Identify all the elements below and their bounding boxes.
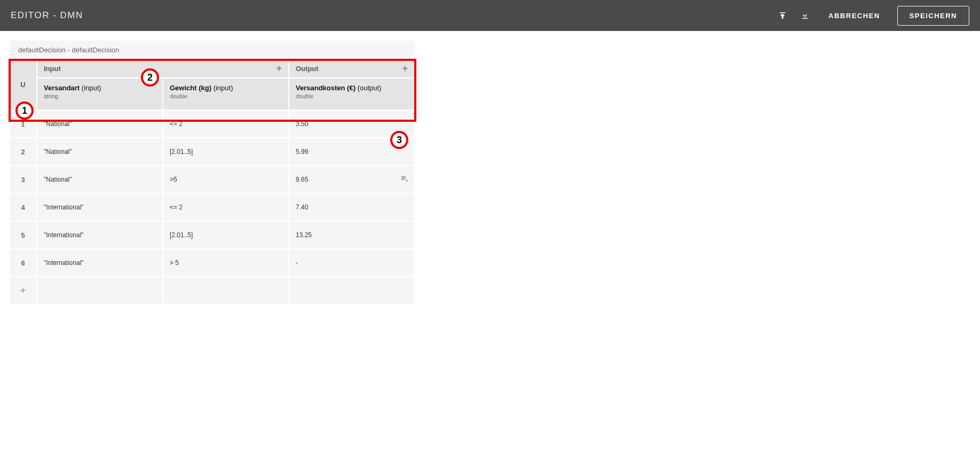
- download-icon[interactable]: [799, 9, 811, 22]
- topbar: EDITOR - DMN ABBRECHEN SPEICHERN: [0, 0, 980, 31]
- input-section-label: Input: [44, 65, 61, 73]
- topbar-actions: ABBRECHEN SPEICHERN: [776, 6, 969, 26]
- decision-panel: defaultDecision - defaultDecision U Inpu…: [10, 41, 415, 305]
- add-output-column-button[interactable]: +: [402, 64, 408, 73]
- cell[interactable]: >5: [163, 166, 289, 194]
- col-dir: (input): [82, 84, 101, 92]
- cell[interactable]: "National": [37, 111, 163, 138]
- column-header-versandart[interactable]: Versandart (input) string: [37, 79, 163, 111]
- add-input-column-button[interactable]: +: [276, 64, 282, 73]
- cell[interactable]: > 5: [163, 249, 289, 277]
- output-section-header[interactable]: Output +: [289, 59, 415, 79]
- cell[interactable]: 13.25: [289, 222, 415, 249]
- cell[interactable]: "National": [37, 166, 163, 194]
- cell[interactable]: <= 2: [163, 111, 289, 138]
- col-dtype: double: [296, 93, 408, 99]
- cell[interactable]: "International": [37, 222, 163, 249]
- cell[interactable]: 7.40: [289, 194, 415, 222]
- save-button[interactable]: SPEICHERN: [897, 6, 969, 26]
- cancel-button[interactable]: ABBRECHEN: [821, 7, 888, 24]
- col-name: Versandart: [44, 84, 80, 92]
- edit-annotation-icon[interactable]: [400, 175, 409, 185]
- add-row-button[interactable]: +: [10, 277, 37, 305]
- hit-policy-cell[interactable]: U: [10, 59, 37, 111]
- cell-value: 9.65: [296, 176, 308, 183]
- cell[interactable]: "International": [37, 194, 163, 222]
- row-number[interactable]: 1: [10, 111, 37, 138]
- col-dtype: string: [44, 93, 156, 99]
- col-name: Versandkosten (€): [296, 84, 355, 92]
- row-number[interactable]: 2: [10, 138, 37, 166]
- col-dir: (output): [358, 84, 382, 92]
- row-number[interactable]: 6: [10, 249, 37, 277]
- decision-table: U Input + Output + Versandart (input) st…: [10, 59, 415, 305]
- cell[interactable]: -: [289, 249, 415, 277]
- output-section-label: Output: [296, 65, 319, 73]
- upload-icon[interactable]: [776, 9, 789, 22]
- row-number[interactable]: 3: [10, 166, 37, 194]
- col-name: Gewicht (kg): [170, 84, 211, 92]
- cell[interactable]: [2.01..5]: [163, 222, 289, 249]
- cell[interactable]: 3.50: [289, 111, 415, 138]
- empty-cell: [163, 277, 289, 305]
- empty-cell: [37, 277, 163, 305]
- cell[interactable]: "National": [37, 138, 163, 166]
- column-header-versandkosten[interactable]: Versandkosten (€) (output) double: [289, 79, 415, 111]
- decision-breadcrumb[interactable]: defaultDecision - defaultDecision: [10, 41, 415, 59]
- cell[interactable]: "International": [37, 249, 163, 277]
- cell[interactable]: <= 2: [163, 194, 289, 222]
- row-number[interactable]: 5: [10, 222, 37, 249]
- col-dir: (input): [214, 84, 233, 92]
- cell[interactable]: 5.99: [289, 138, 415, 166]
- cell[interactable]: [2.01..5]: [163, 138, 289, 166]
- col-dtype: double: [170, 93, 282, 99]
- empty-cell: [289, 277, 415, 305]
- cell[interactable]: 9.65: [289, 166, 415, 194]
- row-number[interactable]: 4: [10, 194, 37, 222]
- page-title: EDITOR - DMN: [11, 10, 776, 21]
- input-section-header[interactable]: Input +: [37, 59, 289, 79]
- column-header-gewicht[interactable]: Gewicht (kg) (input) double: [163, 79, 289, 111]
